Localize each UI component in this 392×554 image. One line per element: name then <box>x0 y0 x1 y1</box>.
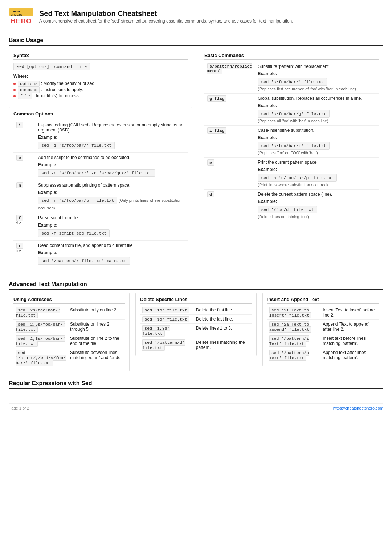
page-title: Sed Text Manipulation Cheatsheet <box>39 9 383 18</box>
addr-desc-3: Substitute between lines matching /start… <box>68 348 125 367</box>
cmd-i-note: (Replaces 'foo' or 'FOO' with 'bar') <box>258 151 376 155</box>
cmd-g-note: (Replaces all 'foo' with 'bar' in each l… <box>258 119 376 123</box>
svg-text:SHEETS: SHEETS <box>11 13 23 16</box>
cmd-d-row: d Delete the current pattern space (line… <box>204 190 379 221</box>
page-footer: Page 1 of 2 https://cheatsheetshero.com <box>9 403 383 410</box>
cmd-s-flag: s/pattern/replacement/ <box>204 62 255 94</box>
syntax-command: sed [options] 'command' file <box>13 63 90 70</box>
advanced-header: Advanced Text Manipulation <box>9 281 383 290</box>
cmd-g-desc: Global substitution. Replaces all occurr… <box>258 96 362 101</box>
cmd-d-example-code: sed '/foo/d' file.txt <box>258 206 317 213</box>
command-desc: : Instructions to apply. <box>41 87 83 92</box>
insert-table: sed '2i Text to insert' file.txt Insert … <box>267 306 379 362</box>
addr-row-2: sed '2,$s/foo/bar/' file.txt Substitute … <box>13 334 125 348</box>
ins-desc-0: Insert 'Text to insert' before line 2. <box>320 306 379 320</box>
option-i-content: In-place editing (GNU sed). Requires no … <box>35 120 188 153</box>
basic-commands-card: Basic Commands s/pattern/replacement/ Su… <box>200 49 383 225</box>
addr-desc-1: Substitute on lines 2 through 5. <box>68 320 125 334</box>
cmd-d-flag: d <box>204 190 255 221</box>
common-options-card: Common Options i In-place editing (GNU s… <box>9 107 192 272</box>
option-n-desc: Suppresses automatic printing of pattern… <box>38 183 130 188</box>
ins-row-0: sed '2i Text to insert' file.txt Insert … <box>267 306 379 320</box>
ins-code-inline-2: sed '/pattern/i Text' file.txt <box>269 335 309 347</box>
insert-col: Insert and Append Text sed '2i Text to i… <box>262 293 383 375</box>
ins-code-1: sed '2a Text to append' file.txt <box>267 320 321 334</box>
del-desc-1: Delete the last line. <box>194 315 252 324</box>
cmd-g-example-label: Example: <box>258 103 376 108</box>
option-n-content: Suppresses automatic printing of pattern… <box>35 180 188 213</box>
option-r-example-label: Example: <box>38 250 185 255</box>
option-e-example-label: Example: <box>38 162 185 167</box>
option-n-example-label: Example: <box>38 190 185 195</box>
cmd-g-flag: g flag <box>204 94 255 126</box>
cmd-p-example-code: sed -n 's/foo/bar/p' file.txt <box>258 174 337 182</box>
ins-code-0: sed '2i Text to insert' file.txt <box>267 306 321 320</box>
cmd-i-desc: Case-insensitive substitution. <box>258 128 314 133</box>
del-row-2: sed '1,3d' file.txt Delete lines 1 to 3. <box>140 324 252 338</box>
common-options-table: i In-place editing (GNU sed). Requires n… <box>13 120 188 268</box>
option-e-example-code: sed -e 's/foo/bar/' -e 's/baz/qux/' file… <box>38 169 155 177</box>
ins-row-2: sed '/pattern/i Text' file.txt Insert te… <box>267 334 379 348</box>
cmd-i-content: Case-insensitive substitution. Example: … <box>255 126 379 158</box>
page-number: Page 1 of 2 <box>9 406 29 410</box>
option-f-example-label: Example: <box>38 223 185 228</box>
regex-header: Regular Expressions with Sed <box>9 380 383 389</box>
del-code-3: sed '/pattern/d' file.txt <box>140 338 194 352</box>
cmd-i-flag: i flag <box>204 126 255 158</box>
delete-card: Delete Specific Lines sed '1d' file.txt … <box>135 293 256 356</box>
option-e-desc: Add the script to the commands to be exe… <box>38 155 130 160</box>
right-column: Basic Commands s/pattern/replacement/ Su… <box>200 49 383 276</box>
option-f-example-code: sed -f script.sed file.txt <box>38 229 110 237</box>
ins-row-3: sed '/pattern/a Text' file.txt Append te… <box>267 348 379 362</box>
option-n-flag: n <box>13 180 35 213</box>
cmd-p-row: p Print the current pattern space. Examp… <box>204 158 379 190</box>
addresses-table: sed '2s/foo/bar/' file.txt Substitute on… <box>13 306 125 367</box>
option-e-content: Add the script to the commands to be exe… <box>35 153 188 180</box>
ins-desc-2: Insert text before lines matching 'patte… <box>320 334 379 348</box>
bullet-dot <box>13 83 16 85</box>
del-code-inline-1: sed '$d' file.txt <box>142 316 189 322</box>
addr-code-inline-1: sed '2,5s/foo/bar/' file.txt <box>16 321 65 333</box>
cmd-p-example-label: Example: <box>258 167 376 172</box>
insert-card: Insert and Append Text sed '2i Text to i… <box>262 293 383 366</box>
page-header: CHEAT SHEETS HERO Sed Text Manipulation … <box>9 7 383 30</box>
del-code-2: sed '1,3d' file.txt <box>140 324 194 338</box>
ins-desc-1: Append 'Text to append' after line 2. <box>320 320 379 334</box>
options-desc: : Modify the behavior of sed. <box>41 81 96 86</box>
option-r-flag2: file <box>16 248 21 253</box>
option-i-desc: In-place editing (GNU sed). Requires no … <box>38 122 183 133</box>
option-r-example-code: sed '/pattern/r file.txt' main.txt <box>38 257 130 265</box>
logo-icon: CHEAT SHEETS HERO <box>9 7 34 25</box>
cmd-d-content: Delete the current pattern space (line).… <box>255 190 379 221</box>
basic-usage-header: Basic Usage <box>9 37 383 46</box>
addr-row-1: sed '2,5s/foo/bar/' file.txt Substitute … <box>13 320 125 334</box>
option-i-example-label: Example: <box>38 135 185 140</box>
option-i-flag: i <box>13 120 35 153</box>
syntax-bullets: options : Modify the behavior of sed. co… <box>13 81 188 98</box>
options-code: options <box>18 81 40 87</box>
del-code-inline-3: sed '/pattern/d' file.txt <box>142 339 184 351</box>
cmd-s-example-label: Example: <box>258 71 376 76</box>
addr-row-0: sed '2s/foo/bar/' file.txt Substitute on… <box>13 306 125 320</box>
option-r-flag: rfile <box>13 241 35 268</box>
bullet-command: command : Instructions to apply. <box>13 87 188 92</box>
del-desc-0: Delete the first line. <box>194 306 252 315</box>
addr-row-3: sed '/start/,/end/s/foo/bar/' file.txt S… <box>13 348 125 367</box>
addr-code-inline-0: sed '2s/foo/bar/' file.txt <box>16 307 60 318</box>
advanced-columns: Using Addresses sed '2s/foo/bar/' file.t… <box>9 293 383 375</box>
bullet-file: file : Input file(s) to process. <box>13 93 188 98</box>
option-r-desc: Read content from file, and append to cu… <box>38 243 132 248</box>
syntax-header: Syntax <box>13 53 188 60</box>
del-code-inline-2: sed '1,3d' file.txt <box>142 325 170 337</box>
addresses-card: Using Addresses sed '2s/foo/bar/' file.t… <box>9 293 130 371</box>
cmd-s-note: (Replaces first occurrence of 'foo' with… <box>258 87 376 91</box>
header-title-block: Sed Text Manipulation Cheatsheet A compr… <box>39 9 383 24</box>
option-i-row: i In-place editing (GNU sed). Requires n… <box>13 120 188 153</box>
bullet-dot-3 <box>13 95 16 97</box>
addr-code-3: sed '/start/,/end/s/foo/bar/' file.txt <box>13 348 68 367</box>
del-desc-3: Delete lines matching the pattern. <box>194 338 252 352</box>
where-label: Where: <box>13 74 188 79</box>
footer-link[interactable]: https://cheatsheetshero.com <box>333 406 383 410</box>
basic-commands-table: s/pattern/replacement/ Substitute 'patte… <box>204 62 379 221</box>
ins-code-2: sed '/pattern/i Text' file.txt <box>267 334 321 348</box>
